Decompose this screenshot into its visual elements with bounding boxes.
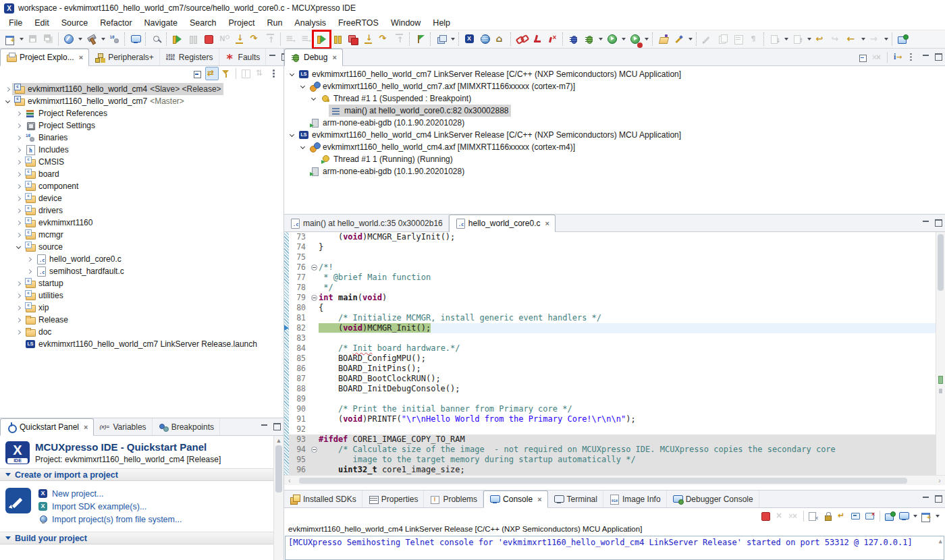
project-explorer-focus-grid-button[interactable] [239,67,252,80]
toolbar-step-return-button[interactable] [263,32,278,47]
console-display-selected-console-dropdown[interactable] [911,509,919,523]
toolbar-restart-button[interactable] [314,32,329,47]
toolbar-step-return-all-button[interactable] [392,32,407,47]
toolbar-pin-editor-button[interactable] [894,32,910,47]
project-item-hello-world-core0-c[interactable]: hello_world_core0.c [0,253,284,265]
toolbar-freertos-link-button[interactable] [514,32,529,47]
console-tab-installed-sdks[interactable]: Installed SDKs [284,491,362,507]
toolbar-welcome-compass-button[interactable] [61,32,76,47]
scrollbar-thumb[interactable] [938,234,944,291]
toolbar-build-dropdown[interactable] [99,32,107,47]
chevron-right-icon[interactable] [16,293,20,298]
toolbar-step-into-all-button[interactable] [360,32,376,47]
debug-view-menu-button[interactable] [905,51,918,64]
toolbar-view-stack-button[interactable] [433,32,449,47]
toolbar-forward-history-dropdown[interactable] [882,32,890,47]
menu-search[interactable]: Search [184,17,223,29]
toolbar-highlight-pen-dropdown[interactable] [686,32,694,47]
fold-collapse-icon[interactable] [311,295,317,301]
project-item-evkmimxrt1160-hello-world-cm7[interactable]: evkmimxrt1160_hello_world_cm7 <Master> [0,95,284,107]
console-scroll-lock-button[interactable] [821,509,834,523]
scroll-right-icon[interactable]: › [934,477,945,484]
toolbar-run-dropdown[interactable] [620,32,627,47]
console-display-selected-console-button[interactable] [897,509,911,523]
debug-item-evkmimxrt1160-hello-world-cm7-linkserver[interactable]: evkmimxrt1160_hello_world_cm7 LinkServer… [284,68,945,80]
chevron-right-icon[interactable] [16,123,20,128]
toolbar-welcome-compass-dropdown[interactable] [76,32,84,47]
quickstart-tab-variables[interactable]: Variables [94,418,152,435]
project-item-device[interactable]: device [0,192,284,204]
project-explorer-filter-button[interactable] [219,67,233,80]
console-scroll-up-icon[interactable]: ▲ [939,538,942,544]
quickstart-minimize-button[interactable] [258,418,271,435]
project-item-cmsis[interactable]: CMSIS [0,156,284,168]
toolbar-step-over-button[interactable] [247,32,263,47]
chevron-right-icon[interactable] [16,196,20,200]
menu-file[interactable]: File [3,17,28,29]
project-item-xip[interactable]: xip [0,302,284,314]
console-terminate-console-button[interactable] [759,509,772,523]
editor-area[interactable]: main() at hello_world.c:35 0x30002b16hel… [284,215,945,491]
menu-run[interactable]: Run [261,17,288,29]
code-lines[interactable]: 73 (void)MCMGR_EarlyInit();74}7576/*!77 … [289,232,936,475]
overview-marker-gray[interactable] [939,389,942,393]
debug-item-evkmimxrt1160-hello-world-cm7-axf-mimxrt[interactable]: evkmimxrt1160_hello_world_cm7.axf [MIMXR… [284,80,945,92]
toolbar-step-over-all-button[interactable] [376,32,392,47]
menu-refactor[interactable]: Refactor [94,17,138,29]
toolbar-step-into-button[interactable] [232,32,247,47]
toolbar-instruction-stepping-button[interactable] [283,32,298,47]
quickstart-tab-breakpoints[interactable]: Breakpoints [153,418,220,435]
debug-show-full-paths-button[interactable] [890,51,904,64]
toolbar-highlight-pen-button[interactable] [671,32,686,47]
chevron-down-icon[interactable] [289,71,294,76]
project-item-binaries[interactable]: Binaries [0,132,284,144]
editor-tab-main-at-hello-world-c-35-0x30002b16[interactable]: main() at hello_world.c:35 0x30002b16 [284,215,449,231]
chevron-right-icon[interactable] [16,232,20,237]
toolbar-view-stack-dropdown[interactable] [449,32,456,47]
console-maximize-button[interactable] [932,491,945,507]
chevron-right-icon[interactable] [16,208,20,213]
quickstart-tab-quickstart-panel[interactable]: Quickstart Panel× [0,418,94,436]
console-tab-terminal[interactable]: Terminal [548,491,603,507]
chevron-right-icon[interactable] [5,86,9,91]
debug-item-thread-1-1-suspended-breakpoint[interactable]: Thread #1 1 (Suspended : Breakpoint) [284,92,945,105]
debug-item-evkmimxrt1160-hello-world-cm4-axf-mimxrt[interactable]: evkmimxrt1160_hello_world_cm4.axf [MIMXR… [284,141,945,153]
project-item-source[interactable]: source [0,241,284,253]
menu-window[interactable]: Window [385,17,427,29]
toolbar-forward-history-button[interactable] [867,32,882,47]
project-item-evkmimxrt1160-hello-world-cm4[interactable]: evkmimxrt1160_hello_world_cm4 <Slave> <R… [0,83,284,95]
menu-edit[interactable]: Edit [28,17,55,29]
chevron-right-icon[interactable] [16,171,20,176]
close-icon[interactable]: × [537,496,541,503]
debug-item-arm-none-eabi-gdb-10-1-90-20201028[interactable]: arm-none-eabi-gdb (10.1.90.20201028) [284,165,945,177]
close-icon[interactable]: × [79,54,83,61]
chevron-right-icon[interactable] [16,220,20,225]
console-tab-console[interactable]: Console× [483,491,547,508]
toolbar-profile-button[interactable] [627,32,643,47]
toolbar-previous-annotation-button[interactable] [790,32,805,47]
toolbar-save-all-button[interactable] [40,32,56,47]
toolbar-web-globe-button[interactable] [477,32,493,47]
project-item-project-settings[interactable]: Project Settings [0,119,284,132]
chevron-right-icon[interactable] [26,269,31,273]
project-item-drivers[interactable]: drivers [0,204,284,217]
console-show-stderr-button[interactable] [863,509,877,523]
project-item-mcmgr[interactable]: mcmgr [0,229,284,241]
editor-maximize-button[interactable] [932,215,945,231]
chevron-right-icon[interactable] [16,329,20,334]
console-pin-console-button[interactable] [883,509,896,523]
fold-collapse-icon[interactable] [311,447,317,453]
chevron-right-icon[interactable] [16,305,20,310]
toolbar-instruction-stepping-alt-button[interactable] [298,32,314,47]
quickstart-scrollbar[interactable]: ▲ [273,436,284,560]
toolbar-back-history-button[interactable] [844,32,859,47]
menu-project[interactable]: Project [223,17,261,29]
quickstart-link-new-project[interactable]: New project... [38,488,182,499]
project-explorer-minimize-button[interactable] [266,49,279,65]
section-build-your-project[interactable]: Build your project [0,532,284,544]
console-remove-launch-button[interactable] [773,509,786,523]
toolbar-mcuxpresso-home-button[interactable] [462,32,477,47]
project-item-evkmimxrt1160-hello-world-cm7-linkserver[interactable]: evkmimxrt1160_hello_world_cm7 LinkServer… [0,338,284,350]
toolbar-new-wizard-button[interactable] [2,32,18,47]
console-open-console-button[interactable] [919,509,933,523]
